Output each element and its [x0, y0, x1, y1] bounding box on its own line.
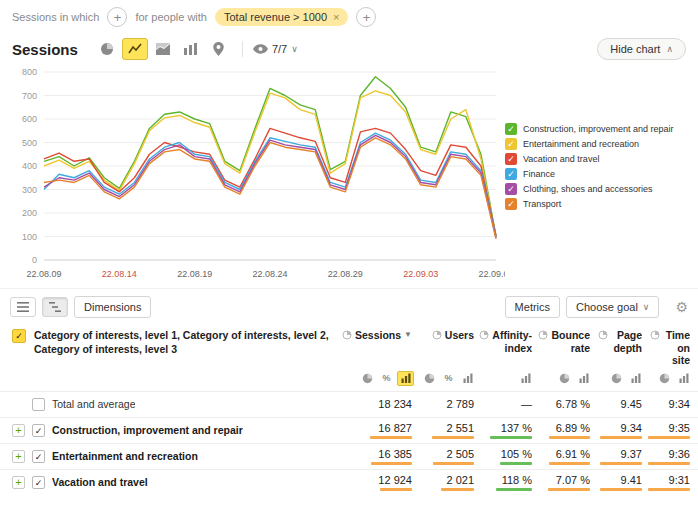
row-checkbox[interactable]: ✓ [32, 476, 45, 489]
row-label[interactable]: Entertainment and recreation [52, 450, 198, 462]
bars-icon[interactable] [397, 371, 414, 386]
pie-icon[interactable] [556, 371, 573, 386]
svg-text:22.08.24: 22.08.24 [252, 269, 287, 279]
percent-icon[interactable]: % [440, 371, 457, 386]
chart-legend: ✓Construction, improvement and repair✓En… [505, 64, 691, 286]
metric-value: 9.41 [621, 474, 642, 487]
flat-list-view-button[interactable] [10, 297, 36, 317]
hide-chart-button[interactable]: Hide chart ∧ [597, 38, 686, 60]
value-bar [441, 488, 474, 491]
table-body: Total and average18 2342 789—6.78 %9.459… [0, 391, 698, 495]
column-header-affinity-index[interactable]: Affinity-index [482, 329, 540, 354]
column-header-page-depth[interactable]: Page depth [598, 329, 650, 354]
depth-display-toggles [598, 371, 650, 386]
value-bar [648, 436, 690, 439]
tree-list-view-button[interactable] [42, 297, 68, 317]
svg-text:22.09.08: 22.09.08 [478, 269, 505, 279]
stacked-area-icon[interactable] [150, 38, 176, 60]
for-people-with-label: for people with [135, 11, 207, 23]
expand-row-button[interactable]: + [12, 424, 25, 437]
metric-pie-icon [342, 330, 352, 340]
pie-chart-icon[interactable] [94, 38, 120, 60]
column-header-sessions[interactable]: Sessions ▼ [340, 329, 420, 342]
chart-header: Sessions 7/7 ∨ Hide chart ∧ [0, 34, 698, 62]
legend-item[interactable]: ✓Vacation and travel [505, 153, 691, 165]
expand-row-button[interactable]: + [12, 476, 25, 489]
row-label[interactable]: Vacation and travel [52, 476, 148, 488]
segment-tag[interactable]: Total revenue > 1000 × [215, 8, 349, 26]
metric-value: 6.89 % [556, 422, 590, 435]
bars-icon[interactable] [517, 371, 534, 386]
metrics-button[interactable]: Metrics [505, 296, 560, 318]
svg-text:700: 700 [22, 91, 37, 101]
metric-value: — [521, 398, 532, 411]
series-checkbox-icon[interactable]: ✓ [505, 168, 517, 180]
series-label: Entertainment and recreation [523, 139, 639, 149]
svg-text:600: 600 [22, 114, 37, 124]
row-checkbox[interactable]: ✓ [32, 424, 45, 437]
column-chart-icon[interactable] [178, 38, 204, 60]
chevron-up-icon: ∧ [666, 44, 673, 54]
column-header-users[interactable]: Users [420, 329, 482, 342]
gear-icon[interactable]: ⚙ [675, 299, 688, 315]
metric-value: 2 505 [446, 448, 474, 461]
row-checkbox[interactable] [32, 398, 45, 411]
affinity-display-toggles [482, 371, 540, 386]
choose-goal-button[interactable]: Choose goal ∨ [566, 296, 659, 318]
pie-icon[interactable] [359, 371, 376, 386]
legend-item[interactable]: ✓Entertainment and recreation [505, 138, 691, 150]
svg-text:22.08.14: 22.08.14 [102, 269, 137, 279]
series-label: Transport [523, 199, 561, 209]
percent-icon[interactable]: % [378, 371, 395, 386]
metric-value: 16 385 [378, 448, 412, 461]
svg-text:22.08.09: 22.08.09 [26, 269, 61, 279]
column-header-bounce-rate[interactable]: Bounce rate [540, 329, 598, 354]
legend-item[interactable]: ✓Transport [505, 198, 691, 210]
series-visibility-dropdown[interactable]: 7/7 ∨ [253, 43, 298, 55]
time-display-toggles [650, 371, 698, 386]
map-pin-icon[interactable] [206, 38, 232, 60]
remove-segment-icon[interactable]: × [333, 11, 339, 23]
value-bar [432, 436, 474, 439]
svg-text:0: 0 [32, 255, 37, 265]
metric-value: 7.07 % [556, 474, 590, 487]
line-chart-icon[interactable] [122, 38, 148, 60]
list-icon [17, 302, 29, 312]
series-checkbox-icon[interactable]: ✓ [505, 153, 517, 165]
table-toolbar: Dimensions Metrics Choose goal ∨ ⚙ [0, 289, 698, 325]
row-checkbox[interactable]: ✓ [32, 450, 45, 463]
chevron-down-icon: ∨ [291, 44, 298, 54]
metric-value: 12 924 [378, 474, 412, 487]
sessions-in-which-label: Sessions in which [12, 11, 99, 23]
pie-icon[interactable] [421, 371, 438, 386]
bars-icon[interactable] [459, 371, 476, 386]
bars-icon[interactable] [627, 371, 644, 386]
legend-item[interactable]: ✓Clothing, shoes and accessories [505, 183, 691, 195]
legend-item[interactable]: ✓Construction, improvement and repair [505, 123, 691, 135]
series-checkbox-icon[interactable]: ✓ [505, 138, 517, 150]
add-session-condition-button[interactable]: + [107, 7, 127, 27]
expand-row-button[interactable]: + [12, 450, 25, 463]
metric-value: 2 021 [446, 474, 474, 487]
series-checkbox-icon[interactable]: ✓ [505, 183, 517, 195]
legend-item[interactable]: ✓Finance [505, 168, 691, 180]
column-header-time-on-site[interactable]: Time on site [650, 329, 698, 367]
bars-icon[interactable] [575, 371, 592, 386]
chart-area: 010020030040050060070080022.08.0922.08.1… [0, 62, 698, 286]
pie-icon[interactable] [656, 371, 673, 386]
series-label: Clothing, shoes and accessories [523, 184, 653, 194]
select-all-checkbox[interactable]: ✓ [12, 329, 26, 343]
metric-value: 118 % [502, 474, 532, 487]
bars-icon[interactable] [675, 371, 692, 386]
add-people-condition-button[interactable]: + [356, 7, 376, 27]
series-checkbox-icon[interactable]: ✓ [505, 198, 517, 210]
svg-text:500: 500 [22, 138, 37, 148]
svg-text:100: 100 [22, 232, 37, 242]
value-bar [548, 488, 590, 491]
series-checkbox-icon[interactable]: ✓ [505, 123, 517, 135]
pie-icon[interactable] [608, 371, 625, 386]
dimensions-button[interactable]: Dimensions [74, 296, 151, 318]
row-label[interactable]: Construction, improvement and repair [52, 424, 243, 436]
sort-desc-icon: ▼ [404, 330, 412, 340]
eye-icon [253, 44, 268, 54]
